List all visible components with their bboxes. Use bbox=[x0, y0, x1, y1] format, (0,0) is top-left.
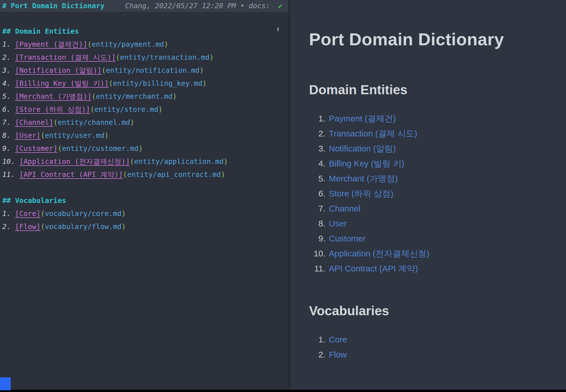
list-number: 5. bbox=[2, 92, 11, 100]
list-item: 2.Transaction (결제 시도) bbox=[309, 126, 566, 141]
md-list-item[interactable]: 9.[Customer](entity/customer.md) bbox=[0, 142, 288, 155]
check-icon: ✔ bbox=[278, 2, 282, 10]
preview-link-core[interactable]: Core bbox=[329, 335, 347, 344]
list-number: 11. bbox=[2, 170, 15, 179]
md-list-item[interactable]: 10.[Application (전자결제신청)](entity/applica… bbox=[0, 155, 288, 168]
blank-line[interactable] bbox=[0, 181, 288, 194]
md-link-store[interactable]: [Store (하위 상점)] bbox=[15, 105, 90, 113]
section-heading-domain-entities: Domain Entities bbox=[309, 82, 566, 97]
list-number: 2. bbox=[2, 53, 11, 61]
md-path: vocabulary/core.md bbox=[45, 209, 121, 218]
preview-link-customer[interactable]: Customer bbox=[329, 234, 366, 243]
md-list-item[interactable]: 3.[Notification (알림)](entity/notificatio… bbox=[0, 64, 288, 77]
preview-link-flow[interactable]: Flow bbox=[329, 350, 347, 359]
md-path: vocabulary/flow.md bbox=[45, 222, 121, 231]
list-number: 6. bbox=[2, 105, 11, 113]
md-path: entity/api_contract.md bbox=[127, 170, 221, 179]
list-number: 2. bbox=[2, 222, 11, 231]
list-item: 5.Merchant (가맹점) bbox=[309, 171, 566, 186]
preview-link-payment[interactable]: Payment (결제건) bbox=[329, 114, 396, 123]
md-list-item[interactable]: 1.[Core](vocabulary/core.md) bbox=[0, 207, 288, 220]
list-number: 1. bbox=[2, 40, 11, 48]
preview-link-api-contract[interactable]: API Contract (API 계약) bbox=[329, 264, 418, 273]
list-number: 8. bbox=[2, 131, 11, 140]
md-path: entity/payment.md bbox=[92, 40, 164, 48]
list-number: 4. bbox=[2, 79, 11, 87]
md-path: entity/billing_key.md bbox=[113, 79, 202, 87]
list-number: 1. bbox=[2, 209, 11, 218]
md-list-item[interactable]: 2.[Flow](vocabulary/flow.md) bbox=[0, 220, 288, 233]
list-item: 1.Payment (결제건) bbox=[309, 111, 566, 126]
md-list-item[interactable]: 2.[Transaction (결제 시도)](entity/transacti… bbox=[0, 51, 288, 64]
list-item: 10.Application (전자결제신청) bbox=[309, 246, 566, 261]
list-item: 7.Channel bbox=[309, 201, 566, 216]
preview-link-store[interactable]: Store (하위 상점) bbox=[329, 189, 393, 198]
list-number: 10. bbox=[2, 157, 15, 166]
md-path: entity/channel.md bbox=[58, 118, 130, 127]
md-list-item[interactable]: 7.[Channel](entity/channel.md) bbox=[0, 116, 288, 129]
md-path: entity/user.md bbox=[45, 131, 104, 140]
md-list-item[interactable]: 8.[User](entity/user.md) bbox=[0, 129, 288, 142]
md-h2-domain-entities[interactable]: ## Domain Entities bbox=[0, 25, 288, 38]
list-number: 9. bbox=[2, 144, 11, 153]
md-link-billing-key[interactable]: [Billing Key (빌링 키)] bbox=[15, 79, 109, 87]
md-list-item[interactable]: 1.[Payment (결제건)](entity/payment.md) bbox=[0, 38, 288, 51]
md-list-item[interactable]: 11.[API Contract (API 계약)](entity/api_co… bbox=[0, 168, 288, 181]
list-item: 8.User bbox=[309, 216, 566, 231]
md-path: entity/notification.md bbox=[106, 66, 200, 74]
md-link-user[interactable]: [User] bbox=[15, 131, 40, 140]
md-h1-title: # Port Domain Dictionary bbox=[2, 2, 104, 10]
list-item: 2.Flow bbox=[309, 347, 566, 362]
md-link-notification[interactable]: [Notification (알림)] bbox=[15, 66, 102, 74]
md-path: entity/transaction.md bbox=[120, 53, 209, 61]
list-number: 7. bbox=[2, 118, 11, 127]
preview-link-notification[interactable]: Notification (알림) bbox=[329, 144, 396, 153]
md-path: entity/store.md bbox=[95, 105, 158, 113]
preview-link-channel[interactable]: Channel bbox=[329, 204, 361, 213]
md-link-transaction[interactable]: [Transaction (결제 시도)] bbox=[15, 53, 116, 61]
md-link-flow[interactable]: [Flow] bbox=[15, 222, 40, 231]
list-item: 3.Notification (알림) bbox=[309, 141, 566, 156]
md-link-application[interactable]: [Application (전자결제신청)] bbox=[19, 157, 130, 166]
list-item: 9.Customer bbox=[309, 231, 566, 246]
md-link-channel[interactable]: [Channel] bbox=[15, 118, 53, 127]
md-path: entity/application.md bbox=[134, 157, 224, 166]
markdown-preview-pane[interactable]: Port Domain Dictionary Domain Entities 1… bbox=[290, 0, 566, 390]
list-number: 3. bbox=[2, 66, 11, 74]
md-path: entity/customer.md bbox=[62, 144, 139, 153]
section-heading-vocabularies: Vocabularies bbox=[309, 303, 566, 318]
md-h2-vocabularies[interactable]: ## Vocabularies bbox=[0, 194, 288, 207]
text-cursor bbox=[277, 27, 279, 31]
preview-link-application[interactable]: Application (전자결제신청) bbox=[329, 249, 429, 258]
list-item: 11.API Contract (API 계약) bbox=[309, 261, 566, 276]
bottom-bar bbox=[0, 390, 566, 392]
markdown-source-pane[interactable]: # Port Domain Dictionary Chang, 2022/05/… bbox=[0, 0, 288, 390]
document-title-line[interactable]: # Port Domain Dictionary Chang, 2022/05/… bbox=[0, 0, 288, 12]
md-link-customer[interactable]: [Customer] bbox=[15, 144, 58, 153]
markdown-editor-window: # Port Domain Dictionary Chang, 2022/05/… bbox=[0, 0, 566, 392]
page-title: Port Domain Dictionary bbox=[309, 29, 566, 49]
md-list-item[interactable]: 4.[Billing Key (빌링 키)](entity/billing_ke… bbox=[0, 77, 288, 90]
md-link-core[interactable]: [Core] bbox=[15, 209, 40, 218]
list-item: 4.Billing Key (빌링 키) bbox=[309, 156, 566, 171]
preview-link-user[interactable]: User bbox=[329, 219, 347, 228]
document-meta: Chang, 2022/05/27 12:20 PM • docs: bbox=[125, 2, 270, 10]
preview-link-merchant[interactable]: Merchant (가맹점) bbox=[329, 174, 398, 183]
md-link-api-contract[interactable]: [API Contract (API 계약)] bbox=[19, 170, 123, 179]
list-item: 6.Store (하위 상점) bbox=[309, 186, 566, 201]
blank-line[interactable] bbox=[0, 12, 288, 25]
list-item: 1.Core bbox=[309, 332, 566, 347]
md-list-item[interactable]: 6.[Store (하위 상점)](entity/store.md) bbox=[0, 103, 288, 116]
md-link-payment[interactable]: [Payment (결제건)] bbox=[15, 40, 87, 48]
window-corner-button[interactable] bbox=[0, 377, 11, 390]
preview-link-billing-key[interactable]: Billing Key (빌링 키) bbox=[329, 159, 404, 168]
md-link-merchant[interactable]: [Merchant (가맹점)] bbox=[15, 92, 92, 100]
md-path: entity/merchant.md bbox=[96, 92, 173, 100]
md-list-item[interactable]: 5.[Merchant (가맹점)](entity/merchant.md) bbox=[0, 90, 288, 103]
preview-link-transaction[interactable]: Transaction (결제 시도) bbox=[329, 129, 417, 138]
vocabularies-list: 1.Core 2.Flow bbox=[309, 332, 566, 362]
entities-list: 1.Payment (결제건) 2.Transaction (결제 시도) 3.… bbox=[309, 111, 566, 276]
